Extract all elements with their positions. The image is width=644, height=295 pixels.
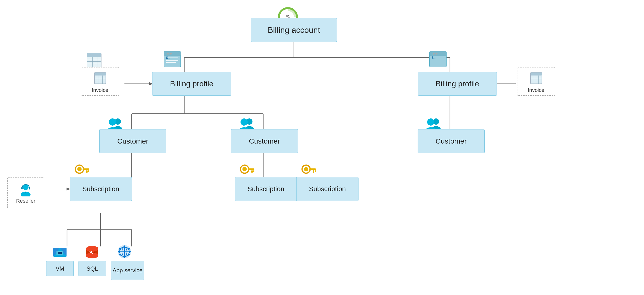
billing-profile-left-icon: $≡ [163,50,182,70]
customer-2-node: Customer [231,129,298,153]
svg-point-104 [128,248,130,250]
subscription-3-node: Subscription [296,177,358,201]
svg-point-103 [124,246,126,248]
svg-rect-36 [87,53,101,57]
svg-point-66 [427,118,434,126]
svg-rect-70 [21,187,23,189]
svg-point-106 [128,254,130,256]
sql-icon: SQL [84,244,100,260]
billing-profile-right-node: Billing profile [418,72,497,96]
customer-1-node: Customer [99,129,166,153]
reseller-node: Reseller [7,177,44,208]
svg-point-24 [167,53,169,54]
svg-point-107 [124,256,126,258]
customer-3-node: Customer [418,129,484,153]
subscription-1-label: Subscription [82,185,119,193]
svg-rect-43 [94,72,106,75]
svg-rect-83 [253,170,254,172]
sql-label: SQL [86,265,98,272]
app-service-icon [117,244,132,260]
customer-3-label: Customer [436,137,467,145]
invoice-left-node: Invoice [81,67,119,96]
svg-rect-87 [313,170,314,173]
billing-profile-right-icon: $≡ [428,50,448,70]
svg-point-25 [170,53,172,54]
subscription-3-key-icon [301,164,316,178]
svg-text:$≡: $≡ [432,56,436,60]
svg-rect-86 [309,168,316,170]
subscription-2-label: Subscription [248,185,284,193]
vm-label: VM [56,265,64,272]
svg-rect-92 [58,252,62,254]
vm-node: VM [46,261,74,276]
subscription-1-key-icon [74,164,90,178]
reseller-label: Reseller [16,198,36,204]
svg-rect-82 [251,170,253,173]
subscription-2-node: Subscription [235,177,297,201]
svg-point-110 [119,248,121,250]
subscription-1-node: Subscription [70,177,132,201]
billing-account-label: Billing account [268,25,320,35]
svg-point-58 [109,118,116,126]
billing-account-node: Billing account [251,18,337,42]
invoice-right-node: Invoice [517,67,555,96]
sql-node: SQL [78,261,106,276]
svg-point-108 [119,254,121,256]
svg-rect-77 [86,170,88,173]
subscription-3-label: Subscription [309,185,346,193]
app-service-label: App service [112,267,142,274]
svg-rect-76 [82,168,89,170]
svg-rect-81 [248,168,254,170]
svg-rect-23 [164,52,181,56]
svg-rect-78 [88,170,89,172]
vm-icon [52,244,68,260]
svg-point-80 [242,167,247,171]
billing-profile-left-label: Billing profile [170,80,213,88]
svg-rect-71 [29,187,30,189]
svg-rect-31 [430,52,446,56]
app-service-node: App service [111,261,144,280]
svg-rect-88 [315,170,316,172]
svg-point-75 [77,167,82,171]
billing-profile-left-node: Billing profile [152,72,231,96]
svg-point-85 [304,167,308,171]
customer-2-label: Customer [249,137,280,145]
customer-1-label: Customer [117,137,148,145]
svg-point-109 [118,251,120,253]
svg-text:$≡: $≡ [166,56,170,60]
svg-point-62 [240,118,248,126]
subscription-2-key-icon [239,164,255,178]
diagram: $ Billing account $≡ Billing profile [0,0,644,295]
invoice-left-label: Invoice [92,87,108,93]
invoice-right-label: Invoice [528,87,544,93]
svg-text:SQL: SQL [89,250,96,254]
svg-point-33 [436,53,438,54]
svg-point-105 [129,251,131,253]
billing-profile-right-label: Billing profile [436,80,479,88]
svg-rect-50 [530,72,542,75]
svg-point-32 [433,53,434,54]
